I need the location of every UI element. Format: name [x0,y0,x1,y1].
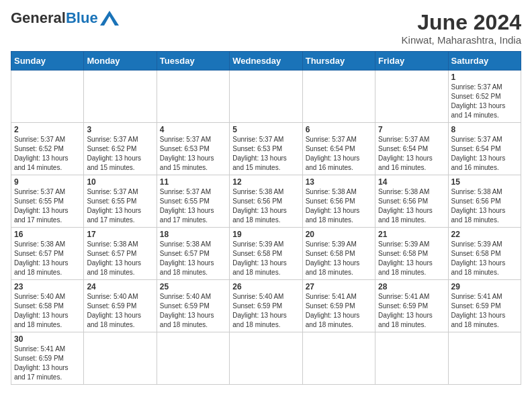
calendar-cell: 25Sunrise: 5:40 AMSunset: 6:59 PMDayligh… [157,280,229,332]
day-number: 2 [14,125,81,134]
day-number: 17 [87,230,153,239]
day-number: 25 [160,282,226,291]
day-number: 15 [451,177,518,187]
calendar-cell [84,71,157,123]
calendar-cell: 2Sunrise: 5:37 AMSunset: 6:52 PMDaylight… [11,123,84,175]
calendar-week-row: 16Sunrise: 5:38 AMSunset: 6:57 PMDayligh… [11,228,521,280]
day-sun-info: Sunrise: 5:38 AMSunset: 6:57 PMDaylight:… [160,240,226,277]
day-sun-info: Sunrise: 5:39 AMSunset: 6:58 PMDaylight:… [306,240,372,277]
day-number: 22 [451,230,518,239]
calendar-cell: 7Sunrise: 5:37 AMSunset: 6:54 PMDaylight… [375,123,448,175]
calendar-cell: 9Sunrise: 5:37 AMSunset: 6:55 PMDaylight… [11,175,84,228]
day-number: 5 [232,125,299,134]
day-number: 26 [232,282,299,291]
day-number: 23 [14,282,81,291]
day-number: 10 [87,177,153,187]
day-number: 6 [306,125,372,134]
calendar-cell: 16Sunrise: 5:38 AMSunset: 6:57 PMDayligh… [11,228,84,280]
calendar-cell [230,332,302,385]
day-number: 1 [451,73,518,82]
day-number: 29 [451,282,518,291]
day-sun-info: Sunrise: 5:38 AMSunset: 6:57 PMDaylight:… [14,240,81,277]
calendar-cell: 27Sunrise: 5:41 AMSunset: 6:59 PMDayligh… [302,280,375,332]
calendar-cell [448,332,521,385]
calendar-week-row: 30Sunrise: 5:41 AMSunset: 6:59 PMDayligh… [11,332,521,385]
calendar-cell: 20Sunrise: 5:39 AMSunset: 6:58 PMDayligh… [302,228,375,280]
day-number: 4 [160,125,226,134]
calendar-cell: 21Sunrise: 5:39 AMSunset: 6:58 PMDayligh… [375,228,448,280]
calendar-cell [11,71,84,123]
calendar-cell: 30Sunrise: 5:41 AMSunset: 6:59 PMDayligh… [11,332,84,385]
day-sun-info: Sunrise: 5:40 AMSunset: 6:59 PMDaylight:… [87,292,153,330]
calendar-cell: 5Sunrise: 5:37 AMSunset: 6:53 PMDaylight… [230,123,302,175]
day-sun-info: Sunrise: 5:39 AMSunset: 6:58 PMDaylight:… [378,240,445,277]
day-sun-info: Sunrise: 5:40 AMSunset: 6:59 PMDaylight:… [160,292,226,330]
logo: GeneralBlue [11,11,119,26]
calendar-cell: 23Sunrise: 5:40 AMSunset: 6:58 PMDayligh… [11,280,84,332]
day-sun-info: Sunrise: 5:37 AMSunset: 6:53 PMDaylight:… [160,135,226,173]
calendar-cell: 11Sunrise: 5:37 AMSunset: 6:55 PMDayligh… [157,175,229,228]
calendar-header-row: SundayMondayTuesdayWednesdayThursdayFrid… [11,52,521,71]
day-sun-info: Sunrise: 5:38 AMSunset: 6:56 PMDaylight:… [451,187,518,225]
calendar-cell: 13Sunrise: 5:38 AMSunset: 6:56 PMDayligh… [302,175,375,228]
weekday-header-tuesday: Tuesday [157,52,229,71]
day-sun-info: Sunrise: 5:41 AMSunset: 6:59 PMDaylight:… [378,292,445,330]
day-sun-info: Sunrise: 5:39 AMSunset: 6:58 PMDaylight:… [232,240,299,277]
calendar-cell: 10Sunrise: 5:37 AMSunset: 6:55 PMDayligh… [84,175,157,228]
calendar-cell [302,332,375,385]
weekday-header-monday: Monday [84,52,157,71]
calendar-cell [375,332,448,385]
calendar-cell: 4Sunrise: 5:37 AMSunset: 6:53 PMDaylight… [157,123,229,175]
day-sun-info: Sunrise: 5:37 AMSunset: 6:54 PMDaylight:… [378,135,445,173]
day-number: 13 [306,177,372,187]
day-number: 11 [160,177,226,187]
day-number: 9 [14,177,81,187]
calendar-cell [302,71,375,123]
month-title: June 2024 [402,11,521,34]
calendar-cell: 1Sunrise: 5:37 AMSunset: 6:52 PMDaylight… [448,71,521,123]
day-number: 30 [14,334,81,344]
day-number: 3 [87,125,153,134]
calendar-cell: 12Sunrise: 5:38 AMSunset: 6:56 PMDayligh… [230,175,302,228]
day-sun-info: Sunrise: 5:37 AMSunset: 6:52 PMDaylight:… [87,135,153,173]
calendar-cell: 8Sunrise: 5:37 AMSunset: 6:54 PMDaylight… [448,123,521,175]
calendar-cell [375,71,448,123]
calendar-cell [157,332,229,385]
day-number: 28 [378,282,445,291]
day-sun-info: Sunrise: 5:37 AMSunset: 6:52 PMDaylight:… [14,135,81,173]
day-sun-info: Sunrise: 5:38 AMSunset: 6:56 PMDaylight:… [232,187,299,225]
calendar-cell: 26Sunrise: 5:40 AMSunset: 6:59 PMDayligh… [230,280,302,332]
calendar-cell: 28Sunrise: 5:41 AMSunset: 6:59 PMDayligh… [375,280,448,332]
calendar-cell: 15Sunrise: 5:38 AMSunset: 6:56 PMDayligh… [448,175,521,228]
day-number: 18 [160,230,226,239]
calendar-cell: 6Sunrise: 5:37 AMSunset: 6:54 PMDaylight… [302,123,375,175]
day-sun-info: Sunrise: 5:38 AMSunset: 6:56 PMDaylight:… [306,187,372,225]
day-number: 24 [87,282,153,291]
weekday-header-wednesday: Wednesday [230,52,302,71]
day-number: 20 [306,230,372,239]
day-number: 16 [14,230,81,239]
calendar-cell: 18Sunrise: 5:38 AMSunset: 6:57 PMDayligh… [157,228,229,280]
day-sun-info: Sunrise: 5:39 AMSunset: 6:58 PMDaylight:… [451,240,518,277]
weekday-header-sunday: Sunday [11,52,84,71]
calendar-week-row: 1Sunrise: 5:37 AMSunset: 6:52 PMDaylight… [11,71,521,123]
day-sun-info: Sunrise: 5:37 AMSunset: 6:53 PMDaylight:… [232,135,299,173]
calendar-week-row: 2Sunrise: 5:37 AMSunset: 6:52 PMDaylight… [11,123,521,175]
day-sun-info: Sunrise: 5:38 AMSunset: 6:57 PMDaylight:… [87,240,153,277]
calendar-cell: 19Sunrise: 5:39 AMSunset: 6:58 PMDayligh… [230,228,302,280]
calendar-cell [84,332,157,385]
day-sun-info: Sunrise: 5:37 AMSunset: 6:54 PMDaylight:… [306,135,372,173]
logo-blue-text: Blue [66,11,98,26]
calendar-cell: 22Sunrise: 5:39 AMSunset: 6:58 PMDayligh… [448,228,521,280]
logo-general-text: General [11,11,66,26]
day-sun-info: Sunrise: 5:40 AMSunset: 6:58 PMDaylight:… [14,292,81,330]
calendar-cell: 3Sunrise: 5:37 AMSunset: 6:52 PMDaylight… [84,123,157,175]
day-sun-info: Sunrise: 5:37 AMSunset: 6:52 PMDaylight:… [451,83,518,120]
calendar-cell: 29Sunrise: 5:41 AMSunset: 6:59 PMDayligh… [448,280,521,332]
day-number: 7 [378,125,445,134]
day-sun-info: Sunrise: 5:37 AMSunset: 6:55 PMDaylight:… [14,187,81,225]
day-number: 12 [232,177,299,187]
day-number: 8 [451,125,518,134]
calendar-cell [157,71,229,123]
weekday-header-friday: Friday [375,52,448,71]
